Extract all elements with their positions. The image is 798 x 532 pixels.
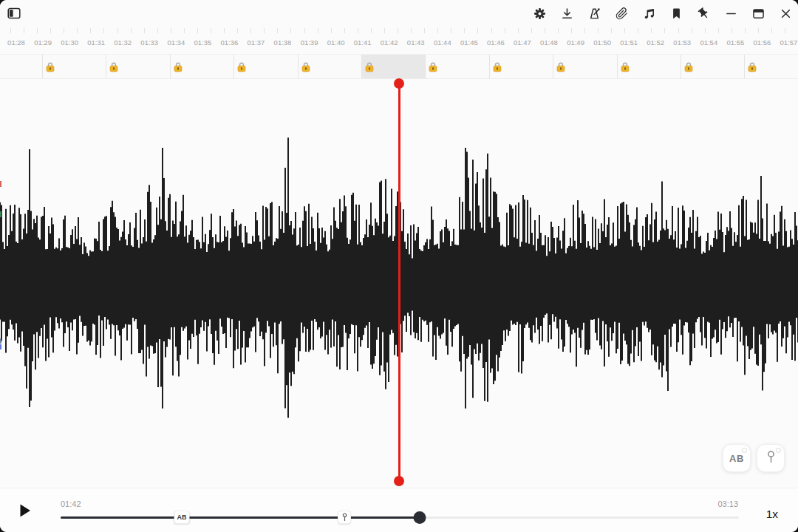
titlebar [0, 0, 798, 27]
ruler-tick [651, 28, 652, 33]
pin-marker-icon [765, 450, 777, 466]
ruler-label: 01:53 [673, 38, 691, 47]
ruler-label: 01:31 [87, 38, 105, 47]
metronome-icon [587, 6, 602, 21]
attachment-icon [614, 6, 630, 21]
minimize-button[interactable] [721, 4, 740, 23]
lock-icon[interactable] [109, 62, 118, 72]
ruler-tick [224, 28, 225, 33]
ruler-label: 01:30 [61, 38, 78, 47]
marker-pin-badge [776, 448, 781, 453]
transport-bar: 01:42 03:13 AB 1x [0, 488, 798, 532]
ab-loop-button[interactable]: AB [723, 444, 751, 472]
ruler-tick [611, 28, 612, 33]
seek-track-played[interactable] [61, 516, 420, 519]
timeline-ruler[interactable]: 01:2801:2901:3001:3101:3201:3301:3401:35… [0, 27, 798, 54]
attachment-button[interactable] [612, 4, 631, 23]
lock-icon[interactable] [621, 62, 630, 72]
ruler-label: 01:35 [194, 38, 211, 47]
ruler-label: 01:45 [460, 38, 478, 47]
ruler-tick [624, 28, 625, 33]
ruler-label: 01:42 [381, 38, 398, 47]
ruler-label: 01:55 [726, 38, 744, 47]
music-button[interactable] [639, 4, 658, 23]
marker-divider [298, 55, 299, 79]
ruler-label: 01:28 [7, 38, 25, 47]
ruler-tick [411, 28, 412, 33]
ruler-label: 01:29 [34, 38, 52, 47]
marker-pin-button[interactable] [757, 444, 785, 472]
ab-loop-badge [742, 448, 747, 453]
lock-icon[interactable] [46, 62, 55, 72]
lock-icon[interactable] [556, 62, 565, 72]
ruler-tick [184, 28, 185, 33]
ruler-label: 01:56 [754, 38, 771, 47]
bookmark-button[interactable] [666, 4, 686, 23]
pin-icon [696, 6, 712, 21]
ruler-tick [90, 28, 91, 33]
ruler-label: 01:48 [540, 38, 558, 47]
seek-thumb[interactable] [414, 511, 426, 524]
marker-divider [106, 55, 106, 79]
ruler-label: 01:41 [354, 38, 372, 47]
ruler-tick [237, 28, 238, 33]
settings-button[interactable] [530, 4, 549, 23]
ruler-tick [745, 28, 746, 33]
play-button[interactable] [15, 500, 35, 521]
ruler-tick [664, 28, 665, 33]
ab-loop-pill[interactable]: AB [174, 511, 190, 524]
maximize-button[interactable] [748, 4, 768, 23]
lock-icon[interactable] [174, 62, 183, 72]
bookmark-icon [669, 6, 684, 21]
lock-icon[interactable] [493, 62, 502, 72]
ruler-label: 01:39 [301, 38, 318, 47]
ruler-tick [358, 28, 358, 33]
lock-icon[interactable] [237, 62, 246, 72]
sidebar-toggle-icon [6, 5, 22, 21]
ruler-tick [50, 28, 51, 33]
edge-accent [0, 181, 1, 187]
ruler-tick [571, 28, 572, 33]
ruler-tick [264, 28, 265, 33]
marker-divider [681, 55, 681, 79]
sidebar-toggle-button[interactable] [4, 4, 24, 23]
maximize-icon [751, 6, 766, 21]
seek-track[interactable]: AB [61, 511, 739, 523]
playback-speed[interactable]: 1x [766, 508, 778, 521]
marker-divider [42, 55, 43, 79]
ruler-tick [211, 28, 211, 33]
ruler-tick [758, 28, 759, 33]
ruler-label: 01:36 [221, 38, 239, 47]
settings-icon [532, 6, 548, 21]
metronome-button[interactable] [584, 4, 604, 23]
total-time: 03:13 [717, 499, 738, 508]
lock-icon[interactable] [301, 62, 310, 72]
pin-button[interactable] [694, 4, 713, 23]
lock-icon[interactable] [748, 62, 757, 72]
ruler-label: 01:47 [514, 38, 531, 47]
marker-divider [617, 55, 618, 79]
lock-icon[interactable] [429, 62, 437, 72]
playhead-line [398, 83, 400, 481]
waveform-area[interactable]: AB [0, 80, 798, 488]
ruler-label: 01:38 [274, 38, 292, 47]
app-window: 01:2801:2901:3001:3101:3201:3301:3401:35… [0, 0, 798, 532]
download-button[interactable] [557, 4, 576, 23]
close-icon [778, 6, 794, 21]
ruler-label: 01:43 [407, 38, 425, 47]
playhead-bottom-handle[interactable] [394, 476, 404, 486]
ruler-tick [171, 28, 171, 33]
close-button[interactable] [776, 4, 795, 23]
ruler-label: 01:54 [700, 38, 717, 47]
ruler-tick [437, 28, 438, 33]
ruler-tick [424, 28, 425, 33]
minimize-icon [723, 6, 739, 21]
marker-track[interactable] [0, 54, 798, 79]
ruler-tick [545, 28, 545, 33]
edge-accent [0, 338, 1, 344]
lock-icon[interactable] [365, 62, 374, 72]
ruler-tick [77, 28, 78, 33]
lock-icon[interactable] [684, 62, 693, 72]
overlay-buttons: AB [723, 444, 785, 472]
marker-pin-pill[interactable] [338, 511, 351, 524]
